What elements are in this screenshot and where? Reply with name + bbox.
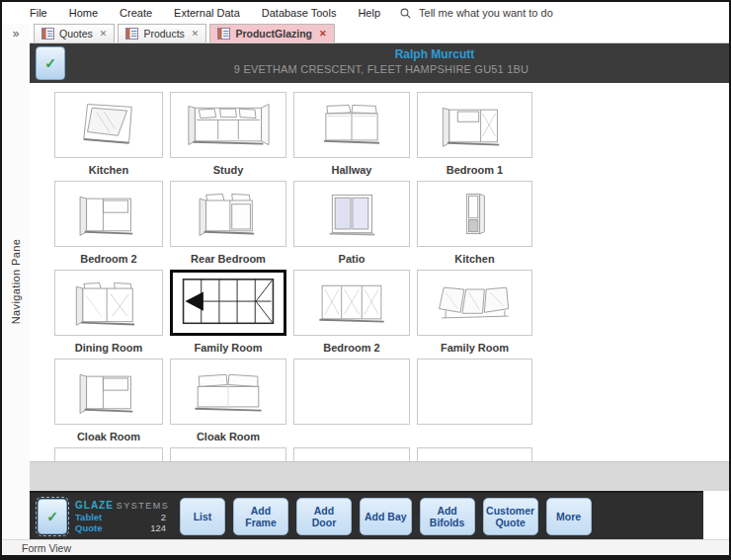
cloak-room-thumbnail[interactable] bbox=[170, 359, 286, 425]
rear-bedroom-thumbnail[interactable] bbox=[170, 181, 286, 247]
empty-thumbnail[interactable] bbox=[293, 447, 410, 461]
empty-thumbnail[interactable] bbox=[417, 359, 532, 425]
bedroom-2-thumbnail[interactable] bbox=[293, 270, 410, 336]
form-icon bbox=[217, 28, 230, 40]
thumbnail-grid: KitchenStudyHallwayBedroom 1Bedroom 2Rea… bbox=[54, 92, 532, 461]
window-low-two-vent-image bbox=[179, 364, 278, 420]
bedroom-1-thumbnail[interactable] bbox=[417, 92, 532, 158]
thumbnail-label: Study bbox=[170, 158, 286, 181]
logo-secondary: SYSTEMS bbox=[117, 501, 170, 511]
patio-thumbnail[interactable] bbox=[293, 181, 410, 247]
close-icon[interactable]: ✕ bbox=[100, 29, 108, 39]
thumbnail-label: Kitchen bbox=[417, 247, 532, 270]
quote-label: Quote bbox=[75, 522, 102, 533]
document-tab-bar: Quotes✕Products✕ProductGlazing✕ bbox=[30, 24, 729, 43]
form-footer: ✓ GLAZE SYSTEMS Tablet2Quote124 ListAdd … bbox=[30, 491, 703, 540]
bifold-diagram-image bbox=[176, 275, 281, 332]
add-bay-button[interactable]: Add Bay bbox=[360, 498, 412, 535]
thumbnail-label: Family Room bbox=[170, 336, 286, 359]
thumbnail-label bbox=[417, 425, 532, 447]
window-side-open-vent-image bbox=[59, 364, 158, 420]
logo-primary: GLAZE bbox=[75, 500, 114, 511]
search-icon bbox=[400, 8, 411, 19]
close-icon[interactable]: ✕ bbox=[192, 29, 200, 39]
tablet-value: 2 bbox=[161, 512, 166, 522]
menu-help[interactable]: Help bbox=[358, 7, 380, 19]
glaze-systems-logo: GLAZE SYSTEMS Tablet2Quote124 bbox=[75, 500, 170, 533]
window-wide-vents-doors-image bbox=[179, 98, 278, 153]
study-thumbnail[interactable] bbox=[170, 92, 286, 158]
menu-database-tools[interactable]: Database Tools bbox=[262, 7, 337, 19]
navigation-pane-expand-button[interactable]: » bbox=[2, 27, 30, 40]
family-room-thumbnail[interactable] bbox=[170, 270, 286, 336]
tab-productglazing[interactable]: ProductGlazing✕ bbox=[209, 24, 334, 42]
form-header: ✓ Ralph Murcutt 9 EVETHAM CRESCENT, FLEE… bbox=[30, 43, 729, 83]
window-side-open-vent-image bbox=[59, 187, 158, 242]
navigation-pane-bar[interactable]: » Navigation Pane bbox=[2, 24, 31, 539]
bedroom-2-thumbnail[interactable] bbox=[54, 181, 163, 247]
access-window: FileHomeCreateExternal DataDatabase Tool… bbox=[0, 0, 731, 560]
thumbnail-label: Cloak Room bbox=[170, 425, 286, 447]
menu-external-data[interactable]: External Data bbox=[174, 7, 240, 19]
window-three-pane-hatched-image bbox=[302, 276, 401, 331]
thumbnail-label: Bedroom 2 bbox=[54, 247, 163, 270]
window-vent-open-doors-hatched-image bbox=[59, 276, 158, 331]
view-mode-text: Form View bbox=[22, 542, 71, 554]
tab-quotes[interactable]: Quotes✕ bbox=[34, 24, 115, 42]
navigation-pane-label: Navigation Pane bbox=[10, 239, 22, 325]
window-vent-open-door-image bbox=[179, 187, 278, 242]
thumbnail-label: Dining Room bbox=[54, 336, 163, 359]
thumbnail-label: Kitchen bbox=[54, 158, 163, 181]
search-placeholder-text: Tell me what you want to do bbox=[419, 7, 553, 19]
single-door-image bbox=[426, 187, 525, 242]
thumbnail-label: Bedroom 1 bbox=[417, 158, 532, 181]
window-side-open-hatched-image bbox=[426, 98, 525, 153]
footer-buttons: ListAdd FrameAdd DoorAdd BayAdd BifoldsC… bbox=[180, 498, 592, 535]
customer-quote-button[interactable]: Customer Quote bbox=[483, 498, 538, 535]
list-button[interactable]: List bbox=[180, 498, 225, 535]
record-stats: Tablet2Quote124 bbox=[75, 512, 170, 533]
thumbnail-label: Cloak Room bbox=[54, 425, 163, 447]
window-tophung-open-image bbox=[59, 98, 158, 153]
close-icon[interactable]: ✕ bbox=[319, 29, 327, 39]
thumbnail-label: Hallway bbox=[293, 158, 410, 181]
product-glazing-form: ✓ Ralph Murcutt 9 EVETHAM CRESCENT, FLEE… bbox=[30, 43, 729, 539]
dining-room-thumbnail[interactable] bbox=[54, 270, 163, 336]
more-button[interactable]: More bbox=[546, 498, 592, 535]
thumbnail-label: Bedroom 2 bbox=[293, 336, 410, 359]
tab-products[interactable]: Products✕ bbox=[118, 24, 206, 42]
empty-thumbnail[interactable] bbox=[293, 359, 410, 425]
menu-file[interactable]: File bbox=[30, 7, 47, 19]
thumbnail-label: Rear Bedroom bbox=[170, 247, 286, 270]
french-doors-image bbox=[302, 187, 401, 242]
family-room-thumbnail[interactable] bbox=[417, 270, 532, 336]
section-divider bbox=[30, 461, 729, 491]
form-icon bbox=[41, 28, 54, 40]
footer-check-button[interactable]: ✓ bbox=[38, 499, 67, 534]
tell-me-search[interactable]: Tell me what you want to do bbox=[400, 7, 553, 19]
add-door-button[interactable]: Add Door bbox=[296, 498, 352, 535]
add-frame-button[interactable]: Add Frame bbox=[233, 498, 288, 535]
status-bar: Form View bbox=[2, 539, 729, 555]
kitchen-thumbnail[interactable] bbox=[54, 92, 163, 158]
quote-value: 124 bbox=[150, 522, 166, 533]
empty-thumbnail[interactable] bbox=[417, 447, 532, 461]
tablet-label: Tablet bbox=[75, 512, 102, 522]
menu-create[interactable]: Create bbox=[120, 7, 152, 19]
hallway-thumbnail[interactable] bbox=[293, 92, 410, 158]
kitchen-thumbnail[interactable] bbox=[417, 181, 532, 247]
thumbnail-label: Patio bbox=[293, 247, 410, 270]
customer-address: 9 EVETHAM CRESCENT, FLEET HAMPSHIRE GU51… bbox=[36, 63, 727, 75]
empty-thumbnail[interactable] bbox=[54, 447, 163, 461]
window-awning-three-open-image bbox=[426, 276, 525, 331]
thumbnail-label bbox=[293, 425, 410, 447]
form-icon bbox=[125, 28, 138, 40]
empty-thumbnail[interactable] bbox=[170, 447, 286, 461]
cloak-room-thumbnail[interactable] bbox=[54, 359, 163, 425]
check-icon: ✓ bbox=[46, 509, 58, 524]
add-bifolds-button[interactable]: Add Bifolds bbox=[420, 498, 475, 535]
menu-items: FileHomeCreateExternal DataDatabase Tool… bbox=[30, 7, 380, 19]
menu-home[interactable]: Home bbox=[69, 7, 98, 19]
window-two-vent-image bbox=[302, 98, 401, 153]
thumbnail-label: Family Room bbox=[417, 336, 532, 359]
